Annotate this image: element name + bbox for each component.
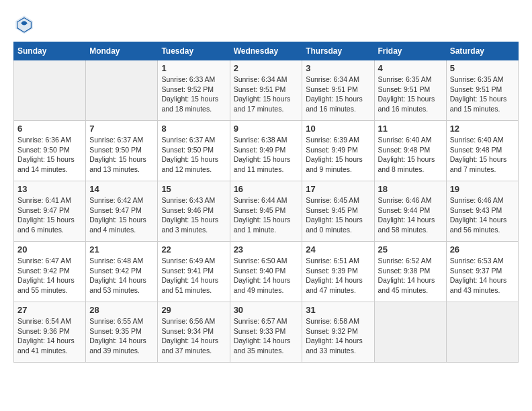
calendar-week-row: 13Sunrise: 6:41 AM Sunset: 9:47 PM Dayli… [14, 181, 519, 242]
day-info: Sunrise: 6:58 AM Sunset: 9:32 PM Dayligh… [306, 316, 370, 356]
day-info: Sunrise: 6:40 AM Sunset: 9:48 PM Dayligh… [450, 135, 515, 175]
day-info: Sunrise: 6:44 AM Sunset: 9:45 PM Dayligh… [234, 195, 299, 235]
day-number: 30 [234, 305, 299, 315]
calendar-cell [86, 60, 158, 121]
day-number: 19 [450, 184, 515, 194]
day-info: Sunrise: 6:37 AM Sunset: 9:50 PM Dayligh… [89, 135, 154, 175]
day-info: Sunrise: 6:49 AM Sunset: 9:41 PM Dayligh… [161, 256, 226, 295]
calendar-cell: 10Sunrise: 6:39 AM Sunset: 9:49 PM Dayli… [302, 121, 374, 181]
day-info: Sunrise: 6:34 AM Sunset: 9:51 PM Dayligh… [306, 75, 370, 114]
day-info: Sunrise: 6:53 AM Sunset: 9:37 PM Dayligh… [450, 256, 515, 295]
day-number: 23 [234, 244, 299, 255]
day-info: Sunrise: 6:48 AM Sunset: 9:42 PM Dayligh… [89, 256, 154, 295]
day-info: Sunrise: 6:36 AM Sunset: 9:50 PM Dayligh… [17, 135, 82, 175]
day-info: Sunrise: 6:34 AM Sunset: 9:51 PM Dayligh… [234, 75, 299, 114]
day-info: Sunrise: 6:50 AM Sunset: 9:40 PM Dayligh… [234, 256, 299, 295]
day-number: 6 [17, 124, 82, 134]
day-info: Sunrise: 6:57 AM Sunset: 9:33 PM Dayligh… [234, 316, 299, 356]
calendar-cell: 19Sunrise: 6:46 AM Sunset: 9:43 PM Dayli… [446, 181, 518, 242]
day-number: 14 [89, 184, 154, 194]
day-number: 8 [161, 124, 226, 134]
day-info: Sunrise: 6:35 AM Sunset: 9:51 PM Dayligh… [450, 75, 515, 114]
day-of-week-header: Sunday [14, 42, 86, 60]
calendar-week-row: 20Sunrise: 6:47 AM Sunset: 9:42 PM Dayli… [14, 242, 519, 302]
calendar-cell: 23Sunrise: 6:50 AM Sunset: 9:40 PM Dayli… [230, 242, 302, 302]
day-number: 15 [161, 184, 226, 194]
calendar-cell: 26Sunrise: 6:53 AM Sunset: 9:37 PM Dayli… [446, 242, 518, 302]
day-number: 29 [161, 305, 226, 315]
day-info: Sunrise: 6:43 AM Sunset: 9:46 PM Dayligh… [161, 195, 226, 235]
day-number: 28 [89, 305, 154, 315]
day-of-week-header: Friday [374, 42, 446, 60]
day-number: 3 [306, 63, 370, 73]
calendar-cell: 17Sunrise: 6:45 AM Sunset: 9:45 PM Dayli… [302, 181, 374, 242]
day-of-week-header: Tuesday [158, 42, 230, 60]
day-number: 16 [234, 184, 299, 194]
calendar-cell: 28Sunrise: 6:55 AM Sunset: 9:35 PM Dayli… [86, 302, 158, 363]
day-number: 9 [234, 124, 299, 134]
calendar-cell: 8Sunrise: 6:37 AM Sunset: 9:50 PM Daylig… [158, 121, 230, 181]
day-number: 31 [306, 305, 370, 315]
day-info: Sunrise: 6:42 AM Sunset: 9:47 PM Dayligh… [89, 195, 154, 235]
calendar-cell: 21Sunrise: 6:48 AM Sunset: 9:42 PM Dayli… [86, 242, 158, 302]
day-info: Sunrise: 6:51 AM Sunset: 9:39 PM Dayligh… [306, 256, 370, 295]
calendar-cell: 24Sunrise: 6:51 AM Sunset: 9:39 PM Dayli… [302, 242, 374, 302]
day-info: Sunrise: 6:47 AM Sunset: 9:42 PM Dayligh… [17, 256, 82, 295]
day-info: Sunrise: 6:56 AM Sunset: 9:34 PM Dayligh… [161, 316, 226, 356]
calendar-cell: 5Sunrise: 6:35 AM Sunset: 9:51 PM Daylig… [446, 60, 518, 121]
calendar-cell: 9Sunrise: 6:38 AM Sunset: 9:49 PM Daylig… [230, 121, 302, 181]
calendar-body: 1Sunrise: 6:33 AM Sunset: 9:52 PM Daylig… [14, 60, 519, 363]
day-info: Sunrise: 6:38 AM Sunset: 9:49 PM Dayligh… [234, 135, 299, 175]
day-info: Sunrise: 6:41 AM Sunset: 9:47 PM Dayligh… [17, 195, 82, 235]
day-of-week-header: Saturday [446, 42, 518, 60]
day-number: 26 [450, 244, 515, 255]
calendar-cell: 13Sunrise: 6:41 AM Sunset: 9:47 PM Dayli… [14, 181, 86, 242]
calendar-week-row: 1Sunrise: 6:33 AM Sunset: 9:52 PM Daylig… [14, 60, 519, 121]
calendar-cell: 6Sunrise: 6:36 AM Sunset: 9:50 PM Daylig… [14, 121, 86, 181]
day-info: Sunrise: 6:35 AM Sunset: 9:51 PM Dayligh… [378, 75, 443, 114]
calendar-cell: 1Sunrise: 6:33 AM Sunset: 9:52 PM Daylig… [158, 60, 230, 121]
day-number: 12 [450, 124, 515, 134]
day-info: Sunrise: 6:46 AM Sunset: 9:44 PM Dayligh… [378, 195, 443, 235]
calendar-cell: 30Sunrise: 6:57 AM Sunset: 9:33 PM Dayli… [230, 302, 302, 363]
logo-icon [13, 13, 35, 35]
day-number: 24 [306, 244, 370, 255]
day-number: 17 [306, 184, 370, 194]
day-number: 18 [378, 184, 443, 194]
day-number: 10 [306, 124, 370, 134]
calendar-header: SundayMondayTuesdayWednesdayThursdayFrid… [14, 42, 519, 60]
day-number: 11 [378, 124, 443, 134]
calendar-cell: 2Sunrise: 6:34 AM Sunset: 9:51 PM Daylig… [230, 60, 302, 121]
day-info: Sunrise: 6:39 AM Sunset: 9:49 PM Dayligh… [306, 135, 370, 175]
calendar-cell: 15Sunrise: 6:43 AM Sunset: 9:46 PM Dayli… [158, 181, 230, 242]
calendar-cell: 12Sunrise: 6:40 AM Sunset: 9:48 PM Dayli… [446, 121, 518, 181]
days-of-week-row: SundayMondayTuesdayWednesdayThursdayFrid… [14, 42, 519, 60]
day-number: 4 [378, 63, 443, 73]
calendar-cell: 25Sunrise: 6:52 AM Sunset: 9:38 PM Dayli… [374, 242, 446, 302]
day-info: Sunrise: 6:33 AM Sunset: 9:52 PM Dayligh… [161, 75, 226, 114]
day-info: Sunrise: 6:37 AM Sunset: 9:50 PM Dayligh… [161, 135, 226, 175]
calendar-cell: 11Sunrise: 6:40 AM Sunset: 9:48 PM Dayli… [374, 121, 446, 181]
calendar-cell: 7Sunrise: 6:37 AM Sunset: 9:50 PM Daylig… [86, 121, 158, 181]
calendar-cell: 27Sunrise: 6:54 AM Sunset: 9:36 PM Dayli… [14, 302, 86, 363]
day-of-week-header: Monday [86, 42, 158, 60]
day-number: 7 [89, 124, 154, 134]
day-number: 22 [161, 244, 226, 255]
calendar-cell: 18Sunrise: 6:46 AM Sunset: 9:44 PM Dayli… [374, 181, 446, 242]
calendar-cell: 16Sunrise: 6:44 AM Sunset: 9:45 PM Dayli… [230, 181, 302, 242]
day-number: 27 [17, 305, 82, 315]
calendar-cell: 22Sunrise: 6:49 AM Sunset: 9:41 PM Dayli… [158, 242, 230, 302]
day-of-week-header: Thursday [302, 42, 374, 60]
day-of-week-header: Wednesday [230, 42, 302, 60]
calendar-cell: 29Sunrise: 6:56 AM Sunset: 9:34 PM Dayli… [158, 302, 230, 363]
day-number: 2 [234, 63, 299, 73]
calendar-week-row: 27Sunrise: 6:54 AM Sunset: 9:36 PM Dayli… [14, 302, 519, 363]
day-info: Sunrise: 6:45 AM Sunset: 9:45 PM Dayligh… [306, 195, 370, 235]
calendar-cell: 3Sunrise: 6:34 AM Sunset: 9:51 PM Daylig… [302, 60, 374, 121]
day-number: 21 [89, 244, 154, 255]
day-number: 5 [450, 63, 515, 73]
day-number: 20 [17, 244, 82, 255]
day-info: Sunrise: 6:52 AM Sunset: 9:38 PM Dayligh… [378, 256, 443, 295]
calendar-table: SundayMondayTuesdayWednesdayThursdayFrid… [13, 42, 519, 363]
calendar-cell [446, 302, 518, 363]
